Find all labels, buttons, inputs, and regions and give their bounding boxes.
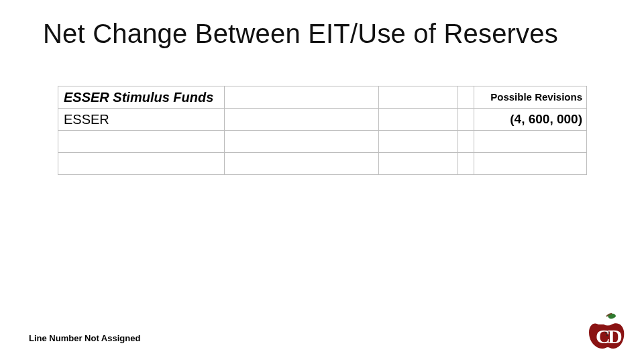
row1-c4 <box>458 131 474 153</box>
row1-amount <box>474 131 587 153</box>
page-title: Net Change Between EIT/Use of Reserves <box>43 19 558 49</box>
row1-label <box>58 131 225 153</box>
table-row: ESSER (4, 600, 000) <box>58 109 587 131</box>
header-c2 <box>225 86 379 109</box>
funds-table: ESSER Stimulus Funds Possible Revisions … <box>58 86 587 175</box>
row1-c2 <box>225 131 379 153</box>
slide: Net Change Between EIT/Use of Reserves E… <box>0 0 644 362</box>
row2-c4 <box>458 153 474 175</box>
svg-text:D: D <box>608 325 623 347</box>
row1-c3 <box>379 131 458 153</box>
header-revisions: Possible Revisions <box>474 86 587 109</box>
header-c4 <box>458 86 474 109</box>
funds-table-wrap: ESSER Stimulus Funds Possible Revisions … <box>58 86 586 175</box>
table-row <box>58 131 587 153</box>
row2-amount <box>474 153 587 175</box>
row2-label <box>58 153 225 175</box>
footnote: Line Number Not Assigned <box>29 333 140 343</box>
row2-c2 <box>225 153 379 175</box>
row2-c3 <box>379 153 458 175</box>
table-header-row: ESSER Stimulus Funds Possible Revisions <box>58 86 587 109</box>
table-row <box>58 153 587 175</box>
row0-amount: (4, 600, 000) <box>474 109 587 131</box>
row0-c4 <box>458 109 474 131</box>
row0-c3 <box>379 109 458 131</box>
header-c3 <box>379 86 458 109</box>
cd-apple-logo: C D <box>585 312 628 350</box>
header-label: ESSER Stimulus Funds <box>58 86 225 109</box>
row0-c2 <box>225 109 379 131</box>
row0-label: ESSER <box>58 109 225 131</box>
